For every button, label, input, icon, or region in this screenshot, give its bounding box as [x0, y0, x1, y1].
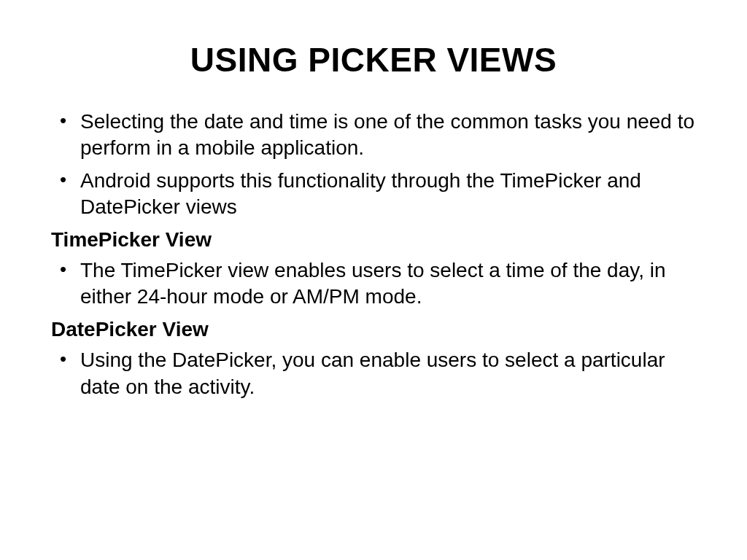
subheading-timepicker: TimePicker View — [51, 227, 696, 253]
bullet-item: Using the DatePicker, you can enable use… — [51, 347, 696, 400]
bullet-item: The TimePicker view enables users to sel… — [51, 257, 696, 311]
bullet-item: Selecting the date and time is one of th… — [51, 109, 696, 162]
bullet-item: Android supports this functionality thro… — [51, 168, 696, 221]
slide-content: Selecting the date and time is one of th… — [51, 109, 696, 400]
slide-title: USING PICKER VIEWS — [51, 40, 696, 79]
subheading-datepicker: DatePicker View — [51, 316, 696, 343]
